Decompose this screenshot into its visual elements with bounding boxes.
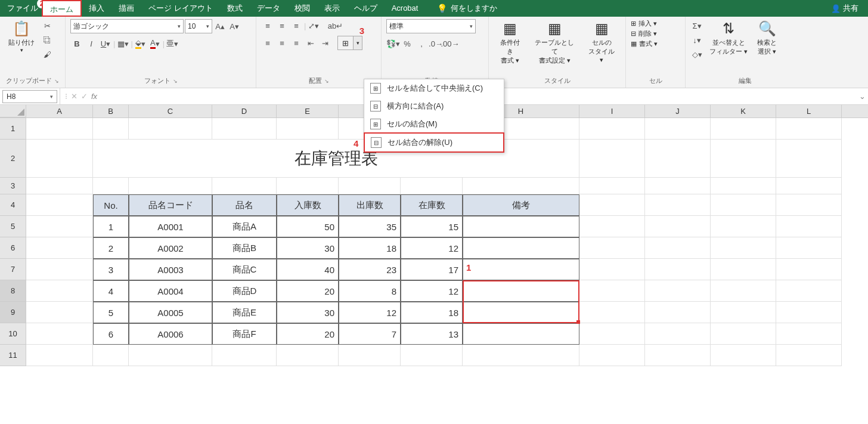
cell[interactable] (463, 237, 579, 259)
cell[interactable] (711, 237, 776, 259)
cell[interactable] (776, 178, 842, 194)
cell[interactable] (711, 140, 776, 178)
cell[interactable]: 8 (339, 280, 401, 302)
cell[interactable] (579, 178, 645, 194)
cell[interactable] (579, 280, 645, 302)
cell[interactable] (93, 178, 129, 194)
fx-button[interactable]: fx (91, 92, 97, 101)
cell[interactable] (776, 345, 842, 366)
conditional-format-button[interactable]: ▦条件付き 書式 ▾ (494, 19, 526, 66)
cell[interactable]: 商品B (212, 237, 277, 259)
tab-insert[interactable]: 挿入 (82, 0, 111, 17)
tab-help[interactable]: ヘルプ (347, 0, 385, 17)
merge-cells-splitbutton[interactable]: ⊞ ▾ 3 (337, 36, 362, 50)
cut-button[interactable]: ✂ (41, 19, 54, 32)
number-format-combo[interactable]: 標準▾ (386, 19, 476, 33)
row-header-9[interactable]: 9 (0, 302, 26, 323)
cell[interactable] (579, 345, 645, 366)
cell[interactable] (645, 140, 711, 178)
cell[interactable]: 在庫数 (401, 194, 463, 216)
row-header-5[interactable]: 5 (0, 216, 26, 237)
tab-home[interactable]: ホーム (42, 0, 82, 17)
clipboard-launcher[interactable]: ↘ (54, 78, 59, 84)
cell[interactable] (26, 216, 93, 237)
cell[interactable] (711, 323, 776, 345)
align-right-button[interactable]: ≡ (290, 36, 303, 49)
copy-button[interactable]: ⿻ (41, 33, 54, 47)
col-header-D[interactable]: D (212, 105, 277, 117)
cell[interactable] (212, 178, 277, 194)
cell[interactable] (645, 237, 711, 259)
cell[interactable]: 30 (277, 237, 339, 259)
decrease-decimal-button[interactable]: .00→ (444, 37, 457, 50)
cell[interactable]: 20 (277, 323, 339, 345)
cell[interactable]: 12 (401, 280, 463, 302)
cell[interactable]: 12 (339, 302, 401, 323)
cell[interactable] (26, 345, 93, 366)
cell[interactable]: 18 (339, 237, 401, 259)
autosum-button[interactable]: Σ▾ (690, 19, 703, 32)
delete-cells-button[interactable]: ⊟削除 ▾ (631, 29, 657, 38)
font-size-combo[interactable]: 10▾ (185, 19, 212, 33)
cell[interactable] (711, 194, 776, 216)
cell[interactable]: 35 (339, 216, 401, 237)
cell[interactable] (579, 323, 645, 345)
cell[interactable] (711, 216, 776, 237)
cell[interactable] (645, 323, 711, 345)
col-header-B[interactable]: B (93, 105, 129, 117)
merge-across-item[interactable]: ⊟横方向に結合(A) (364, 97, 504, 115)
cell[interactable]: 2 (93, 237, 129, 259)
cell[interactable] (711, 259, 776, 280)
cell[interactable] (26, 118, 93, 140)
cell[interactable] (579, 140, 645, 178)
font-color-button[interactable]: A▾ (148, 37, 162, 50)
wrap-text-button[interactable]: ab↵ (328, 19, 342, 32)
alignment-launcher[interactable]: ↘ (324, 78, 329, 84)
decrease-font-button[interactable]: A▾ (228, 20, 241, 33)
cell[interactable] (711, 345, 776, 366)
cell[interactable] (776, 259, 842, 280)
cell[interactable]: 商品A (212, 216, 277, 237)
tab-review[interactable]: 校閲 (287, 0, 317, 17)
tab-file[interactable]: ファイル 2 (0, 0, 42, 17)
tab-draw[interactable]: 描画 (111, 0, 141, 17)
cell[interactable] (645, 345, 711, 366)
cell[interactable]: 17 (401, 259, 463, 280)
merge-cells-item[interactable]: ⊞セルの結合(M) (364, 115, 504, 133)
cell[interactable]: 23 (339, 259, 401, 280)
cell[interactable]: A0005 (129, 302, 212, 323)
cell[interactable] (26, 237, 93, 259)
cell[interactable] (339, 178, 401, 194)
cell[interactable] (645, 194, 711, 216)
cell[interactable] (26, 178, 93, 194)
merge-center-item[interactable]: ⊞セルを結合して中央揃え(C) (364, 79, 504, 97)
cell[interactable] (776, 237, 842, 259)
cell[interactable] (277, 178, 339, 194)
insert-cells-button[interactable]: ⊞挿入 ▾ (631, 19, 657, 28)
expand-formula-bar[interactable]: ⌄ (856, 92, 868, 101)
cell[interactable]: 商品D (212, 280, 277, 302)
cell[interactable]: 13 (401, 323, 463, 345)
tab-view[interactable]: 表示 (317, 0, 347, 17)
cell[interactable]: A0002 (129, 237, 212, 259)
cell[interactable] (645, 118, 711, 140)
cell[interactable] (463, 216, 579, 237)
clear-button[interactable]: ◇▾ (690, 48, 703, 61)
cell[interactable] (463, 259, 579, 280)
cell[interactable] (776, 302, 842, 323)
row-header-3[interactable]: 3 (0, 178, 26, 194)
cell-styles-button[interactable]: ▦セルの スタイル ▾ (582, 19, 621, 65)
cell[interactable] (26, 259, 93, 280)
cell[interactable] (93, 118, 129, 140)
row-header-1[interactable]: 1 (0, 118, 26, 140)
cell[interactable] (463, 178, 579, 194)
share-button[interactable]: 👤 共有 (831, 3, 858, 14)
cell[interactable] (277, 118, 339, 140)
cell[interactable]: 在庫管理表 (93, 140, 579, 178)
orientation-button[interactable]: ⤢▾ (307, 19, 320, 32)
cell[interactable] (776, 280, 842, 302)
cell[interactable] (645, 302, 711, 323)
cell[interactable] (26, 140, 93, 178)
cell[interactable]: A0004 (129, 280, 212, 302)
row-header-6[interactable]: 6 (0, 237, 26, 259)
